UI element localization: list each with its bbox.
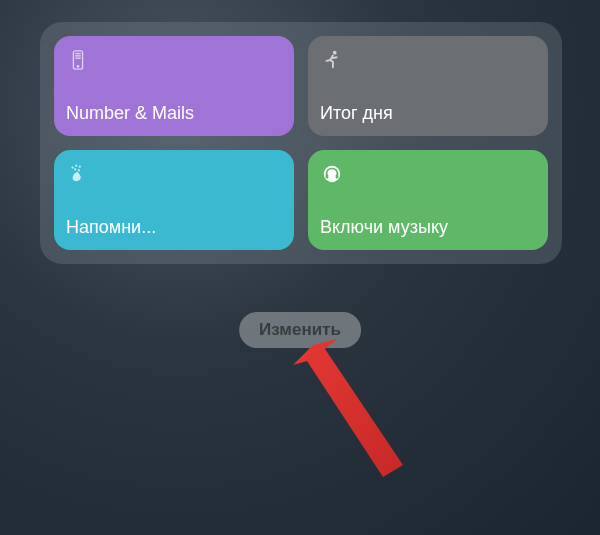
edit-button-label: Изменить <box>259 320 341 339</box>
edit-button[interactable]: Изменить <box>239 312 361 348</box>
phone-icon <box>66 48 90 72</box>
shortcut-play-music[interactable]: Включи музыку <box>308 150 548 250</box>
svg-point-9 <box>74 168 76 170</box>
tap-icon <box>66 162 90 186</box>
svg-point-10 <box>78 169 80 171</box>
svg-point-5 <box>333 51 337 55</box>
svg-point-8 <box>79 166 81 168</box>
headphones-icon <box>320 162 344 186</box>
svg-point-7 <box>75 165 77 167</box>
running-icon <box>320 48 344 72</box>
shortcut-remind[interactable]: Напомни... <box>54 150 294 250</box>
shortcut-label: Напомни... <box>66 217 282 238</box>
shortcut-day-summary[interactable]: Итог дня <box>308 36 548 136</box>
svg-point-6 <box>71 166 73 168</box>
shortcut-label: Number & Mails <box>66 103 282 124</box>
annotation-arrow-icon <box>288 332 448 512</box>
shortcut-label: Включи музыку <box>320 217 536 238</box>
svg-point-4 <box>77 66 78 67</box>
svg-rect-12 <box>326 174 329 179</box>
shortcut-number-mails[interactable]: Number & Mails <box>54 36 294 136</box>
shortcut-label: Итог дня <box>320 103 536 124</box>
shortcuts-widget-panel: Number & Mails Итог дня Напомни... <box>40 22 562 264</box>
svg-rect-13 <box>336 174 339 179</box>
